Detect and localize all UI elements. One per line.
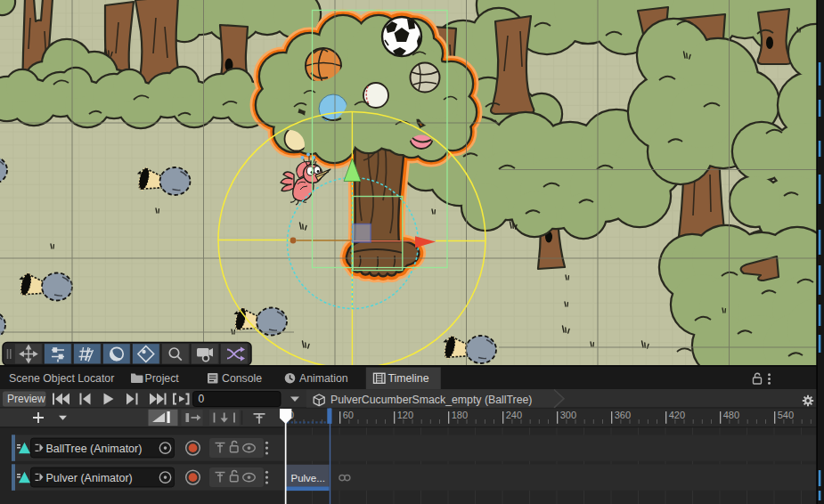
svg-text:360: 360 [615, 410, 631, 420]
svg-text:Animation: Animation [299, 372, 348, 385]
svg-text:Pulver (Animator): Pulver (Animator) [46, 472, 133, 484]
svg-text:Scene Object Locator: Scene Object Locator [9, 372, 114, 385]
svg-text:480: 480 [723, 410, 739, 420]
svg-text:240: 240 [506, 410, 522, 420]
svg-text:540: 540 [778, 410, 794, 420]
svg-text:Timeline: Timeline [388, 372, 429, 385]
svg-text:180: 180 [452, 410, 468, 420]
svg-text:Preview: Preview [7, 393, 45, 405]
svg-text:300: 300 [560, 410, 576, 420]
svg-text:BallTree (Animator): BallTree (Animator) [46, 443, 143, 455]
svg-text:120: 120 [397, 410, 413, 420]
svg-text:0: 0 [199, 393, 205, 405]
svg-text:Pulve...: Pulve... [291, 473, 325, 484]
svg-text:Console: Console [222, 372, 262, 385]
svg-text:Project: Project [145, 372, 180, 385]
svg-text:420: 420 [669, 410, 685, 420]
svg-text:PulverCucumberSmack_empty (Bal: PulverCucumberSmack_empty (BallTree) [330, 394, 532, 406]
svg-text:60: 60 [343, 410, 354, 420]
